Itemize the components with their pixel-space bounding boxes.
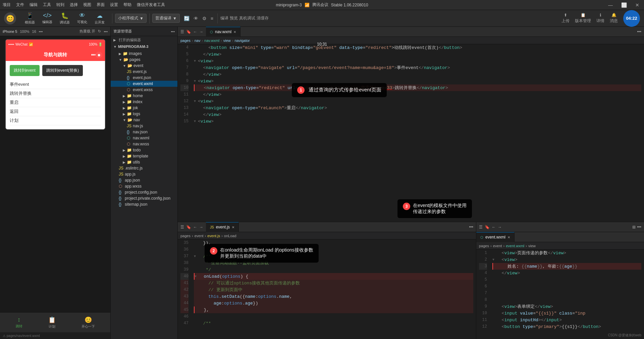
lower-left-code-scroll[interactable]: 35 36 37 38 39 40 41 42 43 44 45 46 xyxy=(178,240,476,339)
sim-nav-fun[interactable]: 😊 开心一下 xyxy=(82,316,95,329)
file-nav-json[interactable]: {} nav.json xyxy=(111,129,177,135)
hotreload-label[interactable]: 热重载 开 xyxy=(79,29,95,34)
sim-dots[interactable]: ••• xyxy=(39,29,43,33)
menu-item-settings[interactable]: 设置 xyxy=(110,2,118,8)
simulator-button[interactable]: 📱 模拟器 xyxy=(21,11,38,26)
ll-bookmark-icon[interactable]: 🔖 xyxy=(186,225,191,229)
tab-nav-wxml-close[interactable]: ✕ xyxy=(233,30,236,34)
file-app-json[interactable]: {} app.json xyxy=(111,177,177,183)
lower-right-code-content[interactable]: <view>页面传递的参数</view> ▼ <view> 姓名: {{na xyxy=(490,250,644,330)
file-panel-more[interactable]: ••• xyxy=(171,29,175,33)
menu-item-help[interactable]: 帮助 xyxy=(123,2,131,8)
visualize-button[interactable]: 👁 可视化 xyxy=(74,11,91,26)
upper-code-content[interactable]: <button size="mini" type="warn" bindtap=… xyxy=(191,44,644,125)
upper-tab-more[interactable]: ••• xyxy=(634,29,644,34)
menu-item-tools[interactable]: 工具 xyxy=(43,2,51,8)
menu-item-project[interactable]: 项目 xyxy=(3,2,11,8)
fold-ll-37[interactable]: ▼ xyxy=(194,255,198,258)
editor-button[interactable]: </> 编辑器 xyxy=(39,11,56,26)
messages-button[interactable]: 🔔 消息 xyxy=(610,13,618,24)
file-app-js[interactable]: JS app.js xyxy=(111,171,177,177)
refresh-btn[interactable]: ↻ xyxy=(98,29,101,33)
ll-hamburger-icon[interactable]: ☰ xyxy=(180,225,184,229)
file-project-config[interactable]: {} project.config.json xyxy=(111,189,177,195)
upper-forward-icon[interactable]: → xyxy=(199,29,203,34)
settings-icon[interactable]: ⚙ xyxy=(201,15,208,22)
upper-back-icon[interactable]: ← xyxy=(193,29,197,34)
ll-bc-onload[interactable]: onLoad xyxy=(224,234,236,238)
clear-cache-label[interactable]: 清缓存 xyxy=(257,15,269,21)
close-button[interactable]: ✕ xyxy=(631,0,644,10)
minimize-button[interactable]: — xyxy=(604,0,617,10)
tab-event-js-close[interactable]: ✕ xyxy=(232,225,234,229)
menu-item-edit[interactable]: 编辑 xyxy=(30,2,38,8)
bc-pages[interactable]: pages xyxy=(180,39,191,43)
file-home[interactable]: ▶ 📁 home xyxy=(111,93,177,99)
lr-bc-wxml[interactable]: event.wxml xyxy=(506,244,524,248)
jump-event-replace-btn[interactable]: 跳转到event(替换) xyxy=(42,65,83,76)
file-utils[interactable]: ▶ 📁 utils xyxy=(111,159,177,165)
upper-hamburger-icon[interactable]: ☰ xyxy=(180,29,184,34)
file-event-js[interactable]: JS event.js xyxy=(111,69,177,75)
upper-bookmark-icon[interactable]: 🔖 xyxy=(186,29,191,34)
lower-right-code-scroll[interactable]: 1 2 3 4 5 6 7 8 9 10 11 12 xyxy=(476,250,644,339)
version-mgr-button[interactable]: 📋 版本管理 xyxy=(575,13,591,24)
menu-item-wechat-tools[interactable]: 微信开发者工具 xyxy=(137,2,165,8)
lr-bc-pages[interactable]: pages xyxy=(479,244,489,248)
upper-code-scroll[interactable]: 4 5 6 7 8 9 10 11 12 13 14 15 xyxy=(178,44,644,222)
lr-split-icon[interactable]: ⊞ xyxy=(632,225,636,229)
lr-bookmark-icon[interactable]: 🔖 xyxy=(485,225,490,229)
lr-hamburger-icon[interactable]: ☰ xyxy=(479,225,483,229)
file-pages[interactable]: ▼ 📂 pages xyxy=(111,57,177,63)
menu-item-view[interactable]: 视图 xyxy=(83,2,91,8)
translate-select[interactable]: 普通编译 ▼ xyxy=(152,14,180,23)
fold-9[interactable]: ▼ xyxy=(194,79,198,83)
real-debug-label[interactable]: 真机调试 xyxy=(239,15,255,21)
bc-nav[interactable]: nav xyxy=(195,39,201,43)
lr-bc-view[interactable]: view xyxy=(528,244,536,248)
mode-select[interactable]: 小程序模式 ▼ xyxy=(115,14,147,23)
ll-more-btn[interactable]: ••• xyxy=(466,225,476,229)
maximize-button[interactable]: ⬜ xyxy=(617,0,631,10)
bc-nav-wxml[interactable]: nav.wxml xyxy=(204,39,219,43)
cloud-button[interactable]: ☁ 云开发 xyxy=(91,11,108,26)
file-logs[interactable]: ▶ 📁 logs xyxy=(111,111,177,117)
lr-forward-icon[interactable]: → xyxy=(498,225,502,229)
file-nav-wxml[interactable]: ⬡ nav.wxml xyxy=(111,135,177,141)
file-nav-wxss[interactable]: ⬡ nav.wxss xyxy=(111,141,177,147)
file-event-folder[interactable]: ▼ 📂 event xyxy=(111,63,177,69)
details-button[interactable]: ℹ 详情 xyxy=(596,13,604,24)
phone-rec-btn[interactable]: ⏺ xyxy=(96,52,102,58)
file-sitemap[interactable]: {} sitemap.json xyxy=(111,201,177,207)
debugger-button[interactable]: 🐛 调试器 xyxy=(56,11,73,26)
file-images[interactable]: ▶ 📁 images xyxy=(111,51,177,57)
lr-back-icon[interactable]: ← xyxy=(492,225,496,229)
file-nav-js[interactable]: JS nav.js xyxy=(111,123,177,129)
menu-item-interface[interactable]: 界面 xyxy=(97,2,105,8)
fold-ll-40[interactable]: ▼ xyxy=(195,275,199,278)
file-template[interactable]: ▶ 📁 template xyxy=(111,153,177,159)
lr-bc-event[interactable]: event xyxy=(493,244,502,248)
file-jok[interactable]: ▶ 📁 jok xyxy=(111,105,177,111)
menu-item-select[interactable]: 选择 xyxy=(70,2,78,8)
ll-bc-eventjs[interactable]: event.js xyxy=(207,234,220,238)
ll-bc-event[interactable]: event xyxy=(195,234,204,238)
fold-6[interactable]: ▼ xyxy=(194,59,198,63)
sim-nav-plan[interactable]: 📋 计划 xyxy=(48,316,56,329)
open-editors-section[interactable]: ▶ 打开的编辑器 xyxy=(111,36,177,44)
menu-item-file[interactable]: 文件 xyxy=(16,2,24,8)
sim-nav-jump[interactable]: ↕ 跳转 xyxy=(16,316,22,329)
avatar[interactable]: 😊 xyxy=(4,12,16,24)
bc-navigator[interactable]: navigator xyxy=(234,39,250,43)
tab-nav-wxml[interactable]: ⬡ nav.wxml ✕ xyxy=(206,27,240,37)
jump-event-btn[interactable]: 跳转到event xyxy=(10,65,40,76)
file-nav[interactable]: ▼ 📂 nav xyxy=(111,117,177,123)
file-app-wxss[interactable]: ⬡ app.wxss xyxy=(111,183,177,189)
lr-fold-2[interactable]: ▼ xyxy=(492,258,496,262)
file-event-json[interactable]: {} event.json xyxy=(111,75,177,81)
file-eslint[interactable]: JS .eslintrc.js xyxy=(111,165,177,171)
refresh-icon[interactable]: 🔄 xyxy=(182,15,191,22)
fold-15[interactable]: ▼ xyxy=(194,120,198,123)
file-index[interactable]: ▶ 📁 index xyxy=(111,99,177,105)
file-todo[interactable]: ▶ 📁 todo xyxy=(111,147,177,153)
